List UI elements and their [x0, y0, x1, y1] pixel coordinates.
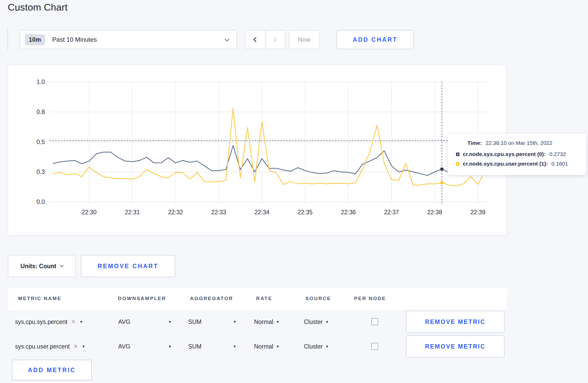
chart-canvas[interactable]: 0.00.30.50.81.022:3022:3122:3222:3322:34… — [8, 65, 506, 235]
aggregator-select[interactable]: SUM ▼ — [188, 335, 236, 358]
now-button[interactable]: Now — [289, 30, 319, 49]
hover-marker-user — [440, 181, 443, 184]
rate-value: Normal — [254, 318, 273, 325]
metric-name-select[interactable]: sys.cpu.sys.percent ✕ ▼ — [15, 310, 83, 333]
x-tick-label: 22:39 — [471, 209, 486, 216]
dropdown-triangle-icon: ▼ — [325, 320, 329, 324]
dropdown-triangle-icon: ▼ — [276, 344, 279, 349]
x-tick-label: 22:30 — [82, 209, 97, 216]
col-header-aggregator: AGGREGATOR — [190, 296, 233, 301]
x-tick-label: 22:31 — [125, 209, 140, 216]
chart-hover-tooltip: Time:22:38:10 on Mar 15th, 2022 cr.node.… — [447, 133, 586, 175]
metric-name-value: sys.cpu.user.percent — [15, 343, 70, 350]
aggregator-value: SUM — [188, 343, 201, 350]
page-title: Custom Chart — [8, 2, 68, 13]
dropdown-triangle-icon: ▼ — [276, 320, 279, 324]
rate-select[interactable]: Normal ▼ — [254, 310, 279, 333]
col-header-metric-name: METRIC NAME — [18, 296, 61, 301]
clear-metric-icon[interactable]: ✕ — [71, 318, 76, 325]
remove-metric-button[interactable]: REMOVE METRIC — [406, 311, 505, 333]
tooltip-series-value: 0.2732 — [549, 151, 566, 157]
remove-metric-label: REMOVE METRIC — [425, 318, 485, 325]
add-metric-button[interactable]: ADD METRIC — [12, 360, 92, 380]
dropdown-triangle-icon: ▼ — [168, 320, 172, 324]
tooltip-time-row: Time:22:38:10 on Mar 15th, 2022 — [456, 140, 580, 146]
source-select[interactable]: Cluster ▼ — [304, 310, 329, 333]
y-tick-label: 0.5 — [37, 139, 45, 145]
remove-chart-label: REMOVE CHART — [98, 263, 159, 270]
dropdown-triangle-icon: ▼ — [233, 320, 236, 324]
col-header-source: SOURCE — [305, 296, 331, 301]
col-header-per-node: PER NODE — [354, 296, 386, 301]
tooltip-series-row: cr.node.sys.cpu.user.percent (1): 0.1601 — [456, 161, 580, 167]
chevron-down-icon — [225, 37, 229, 41]
tooltip-time-value: 22:38:10 on Mar 15th, 2022 — [486, 140, 552, 146]
chevron-right-icon — [272, 37, 277, 42]
next-interval-button[interactable] — [265, 31, 285, 49]
clear-metric-icon[interactable]: ✕ — [73, 343, 78, 350]
downsampler-select[interactable]: AVG ▼ — [118, 335, 172, 358]
dropdown-triangle-icon: ▼ — [82, 344, 85, 349]
dropdown-triangle-icon: ▼ — [325, 344, 329, 349]
toolbar-left-divider — [8, 29, 8, 50]
source-value: Cluster — [304, 343, 323, 350]
source-value: Cluster — [304, 318, 323, 325]
time-range-select[interactable]: 10m Past 10 Minutes — [20, 30, 237, 49]
y-tick-label: 1.0 — [37, 79, 45, 85]
chart-card: 0.00.30.50.81.022:3022:3122:3222:3322:34… — [8, 65, 507, 235]
user-series-swatch-icon — [456, 162, 459, 166]
x-tick-label: 22:37 — [384, 209, 399, 216]
downsampler-select[interactable]: AVG ▼ — [118, 310, 172, 333]
dropdown-triangle-icon: ▼ — [233, 344, 236, 349]
units-select[interactable]: Units: Count — [8, 255, 76, 277]
metric-name-select[interactable]: sys.cpu.user.percent ✕ ▼ — [15, 335, 85, 358]
metric-name-value: sys.cpu.sys.percent — [15, 318, 67, 325]
add-chart-button[interactable]: ADD CHART — [337, 30, 414, 49]
now-button-label: Now — [298, 36, 310, 43]
add-chart-label: ADD CHART — [353, 36, 398, 43]
time-pager — [245, 30, 285, 49]
rate-select[interactable]: Normal ▼ — [254, 335, 279, 358]
metric-row: sys.cpu.sys.percent ✕ ▼ AVG ▼ SUM ▼ Norm… — [0, 310, 588, 333]
source-select[interactable]: Cluster ▼ — [304, 335, 329, 358]
rate-value: Normal — [254, 343, 273, 350]
y-tick-label: 0.8 — [37, 109, 45, 115]
tooltip-series-row: cr.node.sys.cpu.sys.percent (0): 0.2732 — [456, 151, 580, 157]
aggregator-value: SUM — [188, 318, 201, 325]
downsampler-value: AVG — [118, 343, 130, 350]
tooltip-series-value: 0.1601 — [551, 161, 568, 167]
dropdown-triangle-icon: ▼ — [79, 320, 83, 324]
sys-series-swatch-icon — [456, 153, 459, 156]
add-metric-label: ADD METRIC — [28, 367, 76, 374]
downsampler-value: AVG — [118, 318, 130, 325]
col-header-rate: RATE — [256, 296, 272, 301]
chevron-down-icon — [60, 264, 64, 267]
remove-chart-button[interactable]: REMOVE CHART — [81, 255, 175, 277]
tooltip-series-label: cr.node.sys.cpu.user.percent (1): — [463, 161, 548, 167]
per-node-checkbox[interactable] — [371, 318, 378, 325]
units-label: Units: Count — [20, 263, 56, 270]
time-range-label: Past 10 Minutes — [52, 36, 225, 43]
hover-marker-sys — [440, 168, 443, 171]
chevron-left-icon — [253, 37, 258, 42]
x-tick-label: 22:34 — [254, 209, 269, 216]
x-tick-label: 22:35 — [298, 209, 313, 216]
x-tick-label: 22:36 — [341, 209, 356, 216]
x-tick-label: 22:33 — [211, 209, 226, 216]
time-range-badge: 10m — [25, 34, 45, 45]
remove-metric-button[interactable]: REMOVE METRIC — [406, 335, 505, 358]
metric-row: sys.cpu.user.percent ✕ ▼ AVG ▼ SUM ▼ Nor… — [0, 335, 588, 358]
x-tick-label: 22:38 — [427, 209, 442, 216]
dropdown-triangle-icon: ▼ — [168, 344, 172, 349]
col-header-downsampler: DOWNSAMPLER — [118, 296, 166, 301]
tooltip-time-label: Time: — [467, 140, 482, 146]
per-node-checkbox[interactable] — [371, 343, 378, 350]
remove-metric-label: REMOVE METRIC — [425, 343, 485, 350]
x-tick-label: 22:32 — [168, 209, 183, 216]
aggregator-select[interactable]: SUM ▼ — [188, 310, 236, 333]
y-tick-label: 0.3 — [37, 168, 45, 175]
prev-interval-button[interactable] — [245, 31, 265, 49]
y-tick-label: 0.0 — [37, 198, 45, 205]
tooltip-series-label: cr.node.sys.cpu.sys.percent (0): — [463, 151, 546, 157]
